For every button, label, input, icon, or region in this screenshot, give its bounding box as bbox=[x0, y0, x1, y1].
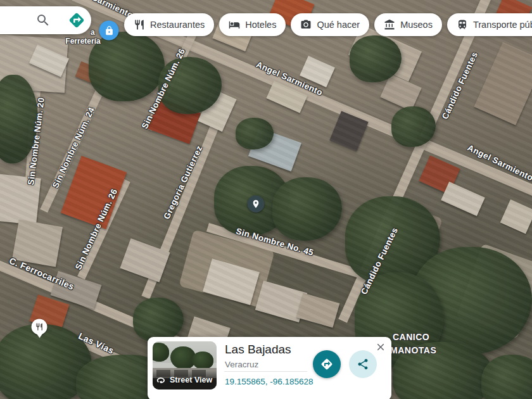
hardware-store-marker[interactable] bbox=[99, 21, 119, 41]
chip-label: Hoteles bbox=[245, 20, 276, 30]
google-maps-screen: Sarmiento Angel Sarmiento Angel Sarmient… bbox=[0, 0, 532, 399]
museum-icon bbox=[384, 19, 395, 30]
thumbnail-palm bbox=[153, 343, 169, 362]
tree-canopy bbox=[272, 177, 342, 241]
street-view-pegman-icon bbox=[156, 376, 167, 384]
poi-label-ferreteria: Ferretería bbox=[65, 37, 100, 46]
transit-icon bbox=[457, 19, 468, 30]
restaurant-icon bbox=[134, 19, 145, 30]
street-view-overlay: Street View bbox=[153, 370, 217, 390]
share-icon bbox=[357, 358, 369, 370]
search-bar[interactable] bbox=[0, 6, 91, 34]
chip-label: Qué hacer bbox=[317, 20, 360, 30]
restaurant-poi-marker[interactable] bbox=[32, 319, 48, 335]
directions-diamond-icon bbox=[67, 11, 86, 30]
place-subtitle: Veracruz bbox=[225, 360, 258, 369]
thumbnail-tree bbox=[192, 352, 213, 369]
directions-diamond-icon bbox=[319, 357, 334, 372]
building bbox=[441, 182, 485, 216]
divider bbox=[224, 371, 307, 372]
camera-icon bbox=[300, 19, 312, 30]
chip-hoteles[interactable]: Hoteles bbox=[219, 13, 286, 36]
chip-label: Transporte público bbox=[473, 20, 532, 30]
search-icon[interactable] bbox=[35, 13, 51, 30]
place-info-card: Street View Las Bajadas Veracruz 19.1558… bbox=[148, 337, 391, 399]
building bbox=[296, 293, 340, 328]
category-chips: Restaurantes Hoteles Qué hacer Museos bbox=[124, 13, 532, 36]
building bbox=[474, 42, 532, 125]
street-view-thumbnail[interactable]: Street View bbox=[153, 341, 217, 390]
street-view-label: Street View bbox=[170, 376, 212, 384]
chip-museos[interactable]: Museos bbox=[374, 13, 442, 36]
lock-icon bbox=[104, 25, 114, 35]
hotel-icon bbox=[229, 19, 240, 30]
chip-label: Museos bbox=[400, 20, 433, 30]
card-close-button[interactable] bbox=[372, 339, 389, 355]
chip-que-hacer[interactable]: Qué hacer bbox=[291, 13, 369, 36]
card-directions-button[interactable] bbox=[313, 350, 341, 378]
utensils-icon bbox=[35, 323, 44, 331]
chip-restaurantes[interactable]: Restaurantes bbox=[124, 13, 214, 36]
chip-transporte-publico[interactable]: Transporte público bbox=[447, 13, 532, 36]
selected-place-marker[interactable] bbox=[248, 196, 265, 213]
poi-label-canico: CANICO bbox=[393, 332, 429, 342]
place-pin-icon bbox=[251, 200, 261, 209]
directions-button[interactable] bbox=[67, 11, 86, 30]
close-icon bbox=[372, 341, 389, 353]
poi-label-fragment: a bbox=[91, 28, 95, 37]
chip-label: Restaurantes bbox=[150, 20, 205, 30]
place-title: Las Bajadas bbox=[225, 343, 291, 357]
poi-label-manotas: MANOTAS bbox=[390, 345, 436, 355]
building bbox=[500, 200, 532, 234]
place-coordinates: 19.155865, -96.185628 bbox=[225, 377, 314, 386]
